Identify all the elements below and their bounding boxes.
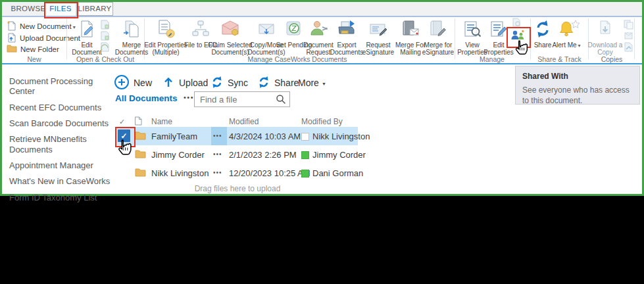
alert-me-label: Alert Me — [552, 41, 576, 49]
folder-icon — [135, 168, 146, 179]
merge-for-esignature-icon — [428, 19, 448, 40]
table-row-modified-by: Nikk Livingston — [312, 131, 370, 141]
sidebar-item-form-id-taxonomy-list[interactable]: Form ID Taxonomy List — [9, 193, 111, 202]
view-more-ellipsis[interactable]: ••• — [184, 93, 194, 101]
more-command-button[interactable]: More — [298, 74, 326, 92]
shared-with-tooltip: Shared With See everyone who has access … — [515, 66, 640, 105]
ribbon-group-label-manage: Manage — [455, 55, 530, 63]
new-folder-icon — [7, 44, 17, 54]
claim-selected-documents-icon — [220, 19, 240, 40]
annotation-box-checkbox — [115, 127, 136, 147]
ribbon-group-label-copies: Copies — [589, 55, 635, 63]
new-document-button[interactable]: New Document — [7, 20, 76, 32]
ribbon-group-label-open-check-out: Open & Check Out — [68, 55, 143, 63]
new-document-icon — [7, 20, 16, 32]
sync-command-label: Sync — [228, 78, 248, 88]
presence-indicator — [301, 151, 309, 159]
ribbon-group-label-manage-caseworks: Manage CaseWorks Documents — [146, 55, 449, 63]
tab-library[interactable]: LIBRARY — [76, 2, 113, 16]
folder-icon — [135, 149, 146, 161]
new-circle-plus-icon — [114, 74, 130, 92]
drag-files-hint: Drag files here to upload — [115, 184, 360, 193]
column-header-modified[interactable]: Modified — [229, 117, 259, 126]
table-row-modified-by: Dani Gorman — [312, 168, 363, 178]
select-all-checkbox[interactable] — [119, 117, 125, 126]
folder-icon — [135, 131, 146, 143]
presence-indicator — [301, 133, 309, 141]
presence-indicator — [301, 170, 309, 178]
tab-underline — [2, 16, 642, 17]
column-header-name[interactable]: Name — [151, 117, 172, 126]
sidebar-item-scan-barcode-documents[interactable]: Scan Barcode Documents — [9, 118, 111, 128]
new-folder-button[interactable]: New Folder — [7, 44, 59, 54]
new-command-button[interactable]: New — [114, 74, 152, 92]
ribbon-separator — [634, 18, 635, 59]
quick-launch-sidebar: Document Processing Center Recent EFC Do… — [9, 76, 111, 202]
annotation-box-files-tab — [44, 2, 78, 18]
upload-command-button[interactable]: Upload — [162, 74, 208, 92]
column-header-modified-by[interactable]: Modified By — [301, 117, 343, 126]
ribbon-group-label-new: New — [3, 55, 66, 63]
share-command-button[interactable]: Share — [257, 74, 299, 92]
download-a-copy-icon — [595, 19, 615, 40]
share-icon — [533, 19, 553, 40]
table-row-name[interactable]: FamilyTeam — [151, 131, 197, 141]
merge-documents-icon — [122, 19, 141, 40]
row-menu-ellipsis[interactable]: ••• — [213, 169, 222, 176]
table-row-modified-by: Jimmy Corder — [312, 150, 366, 160]
row-menu-ellipsis[interactable]: ••• — [213, 151, 222, 158]
ribbon-group-label-share-track: Share & Track — [532, 55, 587, 63]
ribbon-separator — [66, 18, 67, 59]
share-command-label: Share — [274, 78, 299, 88]
sidebar-item-whats-new-in-caseworks[interactable]: What's New in CaseWorks — [9, 176, 111, 186]
ribbon-bottom-border — [2, 63, 642, 64]
app-window: BROWSE FILES LIBRARY New Document Upload… — [0, 0, 644, 196]
download-a-copy-label: Download a Copy — [585, 41, 626, 56]
share-circle-icon — [257, 76, 270, 91]
tooltip-body: See everyone who has access to this docu… — [522, 85, 633, 106]
table-row-name[interactable]: Jimmy Corder — [151, 150, 205, 160]
upload-command-label: Upload — [179, 78, 208, 88]
upload-document-icon — [7, 32, 16, 44]
more-command-label: More — [298, 78, 326, 88]
table-row-modified: 2/1/2023 2:26 PM — [229, 150, 297, 160]
edit-properties-icon — [489, 19, 508, 40]
row-menu-ellipsis[interactable]: ••• — [213, 132, 222, 139]
tab-browse[interactable]: BROWSE — [11, 2, 46, 16]
sync-command-button[interactable]: Sync — [211, 74, 248, 92]
sidebar-item-appointment-manager[interactable]: Appointment Manager — [9, 160, 111, 170]
new-command-label: New — [134, 78, 152, 88]
tooltip-title: Shared With — [522, 72, 633, 81]
follow-star-icon — [571, 20, 580, 32]
upload-arrow-icon — [162, 76, 175, 91]
edit-properties-multiple-icon — [156, 19, 176, 40]
table-row-name[interactable]: Nikk Livingston — [151, 168, 209, 178]
new-folder-label: New Folder — [20, 45, 59, 53]
sync-icon — [211, 76, 224, 91]
download-a-copy-button[interactable]: Download a Copy — [585, 19, 626, 57]
share-label: Share — [534, 41, 552, 49]
request-esignature-icon — [368, 19, 388, 40]
manage-copies-button[interactable] — [624, 42, 633, 55]
view-selector-all-documents[interactable]: All Documents — [115, 93, 178, 103]
edit-document-icon — [77, 19, 97, 40]
sidebar-item-document-processing-center[interactable]: Document Processing Center — [9, 76, 111, 97]
table-row-modified: 4/3/2024 10:03 AM — [229, 131, 301, 141]
sidebar-item-retrieve-mnbenefits-documents[interactable]: Retrieve MNbenefits Documents — [9, 134, 111, 154]
export-documents-icon — [337, 19, 357, 40]
annotation-box-shared-with — [507, 27, 531, 48]
search-icon[interactable] — [276, 94, 286, 107]
sidebar-item-recent-efc-documents[interactable]: Recent EFC Documents — [9, 103, 111, 112]
table-row-modified: 12/20/2023 10:25 AM — [229, 168, 310, 178]
alert-me-caret-icon — [577, 41, 581, 49]
